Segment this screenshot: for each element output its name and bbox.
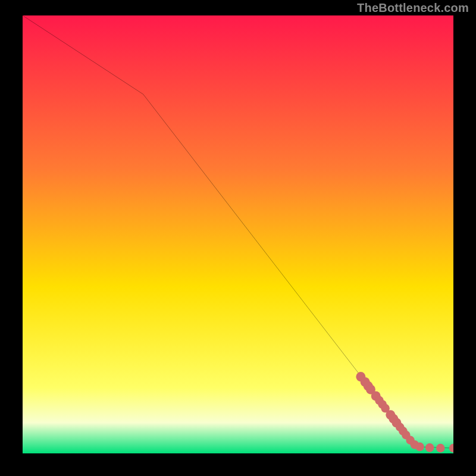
gradient-background — [23, 15, 453, 453]
data-point — [415, 443, 424, 452]
data-point — [436, 444, 444, 453]
attribution-text: TheBottleneck.com — [357, 1, 469, 15]
chart-stage: TheBottleneck.com — [0, 0, 476, 476]
plot-area — [23, 15, 453, 453]
data-point — [425, 443, 434, 452]
chart-svg — [23, 15, 453, 453]
